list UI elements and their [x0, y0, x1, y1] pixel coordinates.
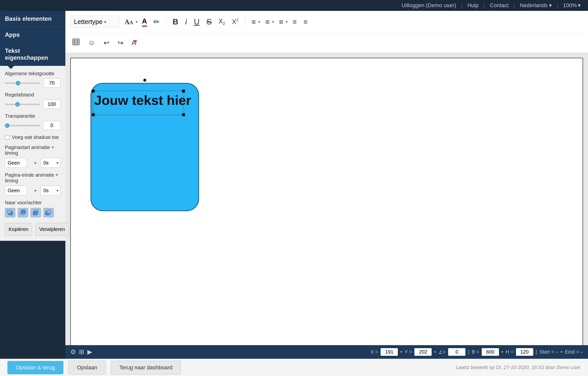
settings-icon[interactable]: ⚙ [70, 348, 76, 356]
b-label: B = [472, 349, 479, 355]
bring-forward-icon[interactable] [18, 208, 28, 217]
language-dropdown[interactable]: Nederlands ▾ [520, 2, 552, 9]
x-label: X = [371, 349, 378, 355]
sep4: | [557, 2, 558, 9]
action-buttons: Kopiëren Verwijderen [5, 223, 60, 236]
bold-button[interactable]: B [171, 16, 180, 27]
terug-dashboard-button[interactable]: Terug naar dashboard [111, 361, 181, 375]
spellcheck-button[interactable]: A✖ [130, 38, 138, 48]
strikethrough-button[interactable]: S [204, 16, 214, 27]
rotation-handle[interactable] [143, 79, 146, 82]
apps-header[interactable]: Apps [0, 27, 65, 43]
regelafstand-slider[interactable] [5, 104, 40, 105]
redo-button[interactable]: ↪ [116, 38, 125, 48]
canvas-area[interactable]: Jouw tekst hier [65, 53, 588, 359]
indent-decrease-icon: ≡ [293, 18, 296, 26]
emoji-button[interactable]: ☺ [86, 38, 97, 48]
h-input[interactable] [516, 348, 533, 356]
regelafstand-input[interactable]: 100 [43, 100, 60, 109]
table-icon [72, 38, 80, 47]
tekstgrootte-input[interactable]: 70 [43, 78, 60, 88]
emoji-icon: ☺ [88, 39, 95, 47]
underline-button[interactable]: U [192, 16, 202, 27]
handle-tl[interactable] [92, 90, 95, 93]
verwijderen-button[interactable]: Verwijderen [36, 223, 69, 236]
anim-start-time-select[interactable]: 0s [41, 158, 60, 168]
svg-rect-8 [73, 39, 79, 45]
superscript-button[interactable]: X2 [230, 17, 240, 27]
zoom-level[interactable]: 100% ▾ [563, 2, 581, 9]
help-link[interactable]: Hulp [467, 2, 478, 9]
element-text[interactable]: Jouw tekst hier [94, 93, 191, 108]
bottom-bar: Opslaan & terug Opslaan Terug naar dashb… [0, 359, 588, 376]
eyedropper-button[interactable]: ✏ [151, 17, 162, 27]
language-label: Nederlands [520, 2, 548, 9]
align-group[interactable]: ≡ ▾ [250, 17, 260, 27]
shadow-checkbox[interactable] [5, 135, 9, 140]
send-backward-icon[interactable] [31, 208, 41, 217]
handle-br[interactable] [182, 113, 185, 116]
top-nav: Uitloggen (Demo user) | Hulp | Contact |… [0, 0, 588, 11]
angle-input[interactable] [448, 348, 465, 356]
align-button[interactable]: ≡ [250, 17, 258, 27]
list-unordered-button[interactable]: ≡ [277, 17, 285, 27]
tekstgrootte-slider[interactable] [5, 82, 40, 84]
anim-end-time-select[interactable]: 0s [41, 186, 60, 195]
list-ordered-arrow-icon: ▾ [272, 19, 274, 24]
sidebar-item-basis[interactable]: Basis elementen [0, 11, 65, 27]
anim-end-select[interactable]: Geen [5, 186, 27, 195]
main-area: Basis elementen Apps Tekst eigenschappen… [0, 11, 588, 376]
kopieren-button[interactable]: Kopiëren [5, 223, 32, 236]
transparantie-slider[interactable] [5, 125, 40, 126]
pipe1: | [468, 349, 469, 355]
bring-to-front-icon[interactable] [5, 208, 15, 217]
align-icon: ≡ [252, 18, 256, 26]
tekst-eigenschappen-header[interactable]: Tekst eigenschappen [0, 43, 65, 66]
naar-label: Naar voor/achter [5, 200, 60, 206]
sidebar-item-tekst[interactable]: Tekst eigenschappen [0, 43, 65, 66]
sep3: | [514, 2, 515, 9]
play-icon[interactable]: ▶ [87, 348, 92, 356]
cyan-element[interactable]: Jouw tekst hier [91, 83, 199, 211]
list-unordered-group[interactable]: ≡ ▾ [277, 17, 288, 27]
y-input[interactable] [414, 348, 432, 356]
font-dropdown-arrow-icon: ▾ [104, 19, 106, 25]
handle-tr[interactable] [182, 90, 185, 93]
contact-link[interactable]: Contact [490, 2, 509, 9]
superscript-icon: X2 [232, 18, 239, 26]
strikethrough-icon: S [206, 17, 212, 26]
font-size-group[interactable]: AA ▾ [123, 17, 138, 27]
opslaan-button[interactable]: Opslaan [68, 361, 106, 375]
undo-button[interactable]: ↩ [102, 38, 111, 48]
text-color-button[interactable]: A [141, 18, 148, 26]
list-ordered-button[interactable]: ≡ [263, 17, 272, 27]
basis-elementen-header[interactable]: Basis elementen [0, 11, 65, 27]
last-saved-text: Laatst bewerkt op Di, 27-10-2020, 16:53 … [456, 365, 581, 370]
transparantie-input[interactable]: 0 [43, 121, 60, 130]
opslaan-terug-button[interactable]: Opslaan & terug [7, 361, 63, 374]
x-input[interactable] [381, 348, 398, 356]
b-input[interactable] [482, 348, 499, 356]
list-ordered-group[interactable]: ≡ ▾ [263, 17, 274, 27]
anim-end-row: Pagina-einde animatie + timing Geen 0s [5, 172, 60, 195]
align-arrow-icon: ▾ [258, 19, 260, 24]
table-button[interactable] [70, 38, 82, 48]
subscript-button[interactable]: X2 [217, 17, 227, 27]
indent-increase-button[interactable]: ≡ [302, 17, 310, 27]
indent-decrease-button[interactable]: ≡ [291, 17, 298, 27]
font-size-aa-icon: AA [125, 18, 133, 26]
italic-button[interactable]: i [183, 16, 189, 27]
send-to-back-icon[interactable] [43, 208, 54, 217]
logout-link[interactable]: Uitloggen (Demo user) [402, 2, 456, 9]
sidebar: Basis elementen Apps Tekst eigenschappen… [0, 11, 65, 376]
sidebar-item-apps[interactable]: Apps [0, 27, 65, 43]
zoom-value: 100% [563, 2, 577, 9]
text-color-icon: A [142, 17, 147, 27]
anim-start-select[interactable]: Geen [5, 158, 27, 168]
font-name-label: Lettertype [74, 18, 103, 26]
font-selector[interactable]: Lettertype ▾ [70, 16, 120, 28]
font-size-button[interactable]: AA [123, 17, 135, 27]
svg-rect-5 [33, 211, 37, 215]
grid-icon[interactable]: ⊞ [79, 348, 84, 356]
handle-bl[interactable] [92, 113, 95, 116]
